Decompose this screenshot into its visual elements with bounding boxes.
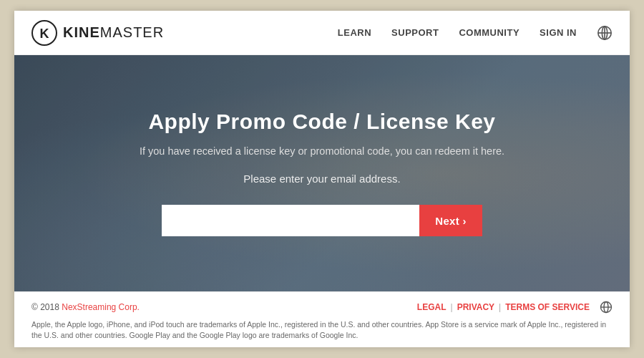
nav-support[interactable]: SUPPORT (391, 27, 439, 38)
nav-signin[interactable]: SIGN IN (540, 27, 577, 38)
footer-links: LEGAL | PRIVACY | TERMS OF SERVICE (417, 301, 613, 314)
hero-instruction: Please enter your email address. (140, 173, 504, 185)
nav-community[interactable]: COMMUNITY (459, 27, 519, 38)
footer-privacy-link[interactable]: PRIVACY (457, 302, 494, 312)
hero-subtitle: If you have received a license key or pr… (140, 144, 504, 160)
kinemaster-logo-icon: K (31, 20, 57, 46)
footer-legal-link[interactable]: LEGAL (417, 302, 447, 312)
footer-sep-2: | (499, 302, 501, 312)
footer-top-row: © 2018 NexStreaming Corp. LEGAL | PRIVAC… (31, 301, 613, 314)
footer: © 2018 NexStreaming Corp. LEGAL | PRIVAC… (14, 291, 630, 348)
footer-disclaimer: Apple, the Apple logo, iPhone, and iPod … (31, 319, 613, 342)
nav-learn[interactable]: LEARN (338, 27, 371, 38)
footer-tos-link[interactable]: TERMS OF SERVICE (505, 302, 590, 312)
hero-section: Apply Promo Code / License Key If you ha… (14, 55, 630, 291)
language-globe-icon[interactable] (597, 25, 613, 41)
svg-text:K: K (40, 26, 49, 40)
header: K KINEMASTER LEARN SUPPORT COMMUNITY SIG… (14, 11, 630, 55)
footer-copyright: © 2018 NexStreaming Corp. (31, 302, 140, 312)
hero-content: Apply Promo Code / License Key If you ha… (125, 110, 519, 236)
footer-sep-1: | (451, 302, 453, 312)
email-input-row: Next › (140, 205, 504, 236)
logo[interactable]: K KINEMASTER (31, 20, 164, 46)
next-button[interactable]: Next › (419, 205, 482, 236)
main-nav: LEARN SUPPORT COMMUNITY SIGN IN (338, 25, 613, 41)
footer-language-icon[interactable] (600, 301, 613, 314)
logo-text: KINEMASTER (63, 24, 164, 41)
hero-title: Apply Promo Code / License Key (140, 110, 504, 134)
email-input[interactable] (162, 205, 419, 236)
footer-company-link[interactable]: NexStreaming Corp. (62, 302, 140, 312)
